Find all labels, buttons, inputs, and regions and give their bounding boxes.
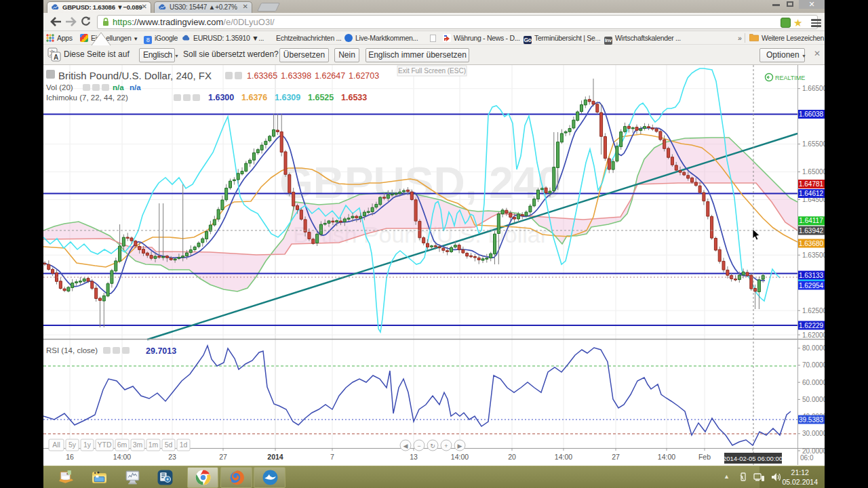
svg-text:13: 13 [410,453,418,461]
svg-text:1.64612: 1.64612 [799,190,824,197]
svg-text:2014-02-05 06:00:00: 2014-02-05 06:00:00 [723,455,783,462]
svg-text:3m: 3m [133,441,143,449]
svg-text:16: 16 [66,453,74,461]
svg-text:1.6309: 1.6309 [275,93,300,102]
svg-text:14:00: 14:00 [658,453,675,461]
svg-text:◀: ◀ [403,443,408,449]
svg-text:39.5383: 39.5383 [799,416,824,424]
svg-text:−: − [417,443,420,449]
svg-text:RSI (14, close): RSI (14, close) [46,346,98,354]
svg-text:1.62954: 1.62954 [799,282,824,289]
svg-text:1.63133: 1.63133 [799,272,824,279]
svg-text:1.63942: 1.63942 [799,227,824,235]
svg-text:1.66038: 1.66038 [799,110,824,118]
svg-text:All: All [52,441,60,449]
svg-text:1.6376: 1.6376 [241,93,267,102]
svg-text:1.63365: 1.63365 [247,71,277,81]
svg-text:2014: 2014 [267,453,283,461]
svg-text:1m: 1m [149,441,159,449]
svg-text:YTD: YTD [98,441,112,449]
svg-text:1.62500: 1.62500 [802,307,825,314]
svg-text:5y: 5y [68,441,77,449]
svg-text:REALTIME: REALTIME [775,75,805,81]
svg-text:27: 27 [612,453,620,461]
svg-text:60.0000: 60.0000 [802,379,825,386]
svg-text:1d: 1d [180,441,188,449]
svg-text:1.63398: 1.63398 [281,71,311,81]
svg-text:Ichimoku (7, 22, 44, 22): Ichimoku (7, 22, 44, 22) [46,94,128,102]
svg-text:1.62000: 1.62000 [802,331,825,339]
svg-text:1y: 1y [83,441,92,449]
svg-text:14:00: 14:00 [451,453,469,461]
svg-text:20.0000: 20.0000 [802,447,825,455]
svg-text:30.0000: 30.0000 [802,430,825,437]
svg-text:29.7013: 29.7013 [146,346,176,356]
svg-text:1.64117: 1.64117 [799,217,823,224]
svg-text:Feb: Feb [698,453,711,461]
svg-text:n/a: n/a [113,83,124,92]
svg-text:1.6300: 1.6300 [208,93,234,102]
svg-text:6m: 6m [117,441,127,449]
svg-text:1.65500: 1.65500 [802,140,825,148]
svg-text:1.64781: 1.64781 [799,180,824,188]
svg-text:50.0000: 50.0000 [802,396,825,403]
svg-text:23: 23 [168,453,176,461]
svg-text:1.66500: 1.66500 [802,85,825,92]
svg-text:Exit Full Screen (ESC): Exit Full Screen (ESC) [398,67,466,75]
svg-text:14:00: 14:00 [113,453,131,461]
svg-text:1.63500: 1.63500 [802,251,825,259]
svg-text:British Pound/U.S. Dollar, 240: British Pound/U.S. Dollar, 240, FX [58,70,212,81]
svg-text:Vol (20): Vol (20) [46,83,73,92]
svg-text:1.6533: 1.6533 [341,93,367,102]
svg-text:A: A [54,54,58,61]
svg-text:1.6525: 1.6525 [308,93,334,102]
svg-text:1.62229: 1.62229 [799,322,824,329]
svg-text:14:00: 14:00 [555,453,572,461]
svg-text:5d: 5d [165,441,173,449]
svg-text:80.0000: 80.0000 [802,344,825,352]
svg-text:1.62647: 1.62647 [315,71,345,81]
svg-text:1.65000: 1.65000 [802,168,825,176]
svg-text:7: 7 [330,453,334,461]
svg-text:1.63680: 1.63680 [799,240,824,247]
svg-text:20: 20 [508,453,516,461]
svg-text:27: 27 [219,453,227,461]
svg-text:70.0000: 70.0000 [802,361,825,369]
svg-text:▶: ▶ [458,443,462,449]
svg-text:1.62703: 1.62703 [349,71,379,81]
svg-text:↻: ↻ [430,443,435,449]
svg-text:+: + [444,443,448,449]
svg-text:n/a: n/a [130,83,141,92]
svg-text:06:0: 06:0 [800,454,814,462]
